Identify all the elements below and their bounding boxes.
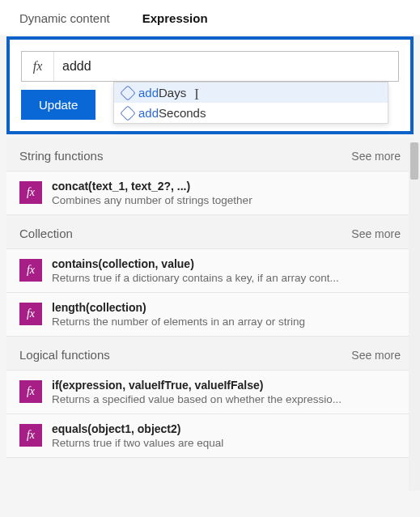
function-description: Returns true if two values are equal <box>52 437 401 449</box>
function-signature: equals(object1, object2) <box>52 422 401 435</box>
fx-icon: fx <box>19 424 42 447</box>
function-text: length(collection) Returns the number of… <box>52 301 401 328</box>
expression-input[interactable] <box>54 52 398 81</box>
function-text: concat(text_1, text_2?, ...) Combines an… <box>52 180 401 206</box>
expression-input-row: fx <box>21 51 399 82</box>
function-suggestion-icon <box>120 105 136 121</box>
function-signature: concat(text_1, text_2?, ...) <box>52 180 401 193</box>
fx-icon: fx <box>19 380 42 403</box>
fx-icon: fx <box>19 303 42 325</box>
function-item-length[interactable]: fx length(collection) Returns the number… <box>6 293 414 337</box>
function-description: Returns the number of elements in an arr… <box>52 316 401 328</box>
category-title: Collection <box>19 227 73 240</box>
autocomplete-item-adddays[interactable]: addDays <box>114 83 388 103</box>
see-more-link[interactable]: See more <box>351 150 401 163</box>
function-list: String functions See more fx concat(text… <box>0 138 420 458</box>
function-suggestion-icon <box>120 85 136 101</box>
tab-dynamic-content[interactable]: Dynamic content <box>19 11 110 25</box>
function-signature: if(expression, valueIfTrue, valueIfFalse… <box>52 379 401 392</box>
function-item-if[interactable]: fx if(expression, valueIfTrue, valueIfFa… <box>6 371 414 414</box>
function-text: if(expression, valueIfTrue, valueIfFalse… <box>52 379 401 405</box>
autocomplete-rest: Days <box>159 86 186 100</box>
category-title: Logical functions <box>19 348 110 362</box>
function-description: Returns true if a dictionary contains a … <box>52 272 401 284</box>
fx-icon: fx <box>19 181 42 204</box>
see-more-link[interactable]: See more <box>351 349 401 362</box>
autocomplete-item-addseconds[interactable]: addSeconds <box>114 103 388 123</box>
function-signature: length(collection) <box>52 301 401 314</box>
tab-expression[interactable]: Expression <box>142 11 208 25</box>
scrollbar-thumb[interactable] <box>410 142 418 180</box>
function-text: equals(object1, object2) Returns true if… <box>52 422 401 449</box>
category-header-collection: Collection See more <box>6 215 414 249</box>
see-more-link[interactable]: See more <box>351 227 401 240</box>
function-description: Returns a specified value based on wheth… <box>52 393 401 405</box>
category-header-logical: Logical functions See more <box>6 337 414 371</box>
function-item-concat[interactable]: fx concat(text_1, text_2?, ...) Combines… <box>6 172 414 215</box>
autocomplete-match: add <box>138 86 159 100</box>
tab-bar: Dynamic content Expression <box>0 0 420 35</box>
scrollbar[interactable] <box>409 142 420 490</box>
function-description: Combines any number of strings together <box>52 194 401 206</box>
autocomplete-rest: Seconds <box>159 106 206 120</box>
category-header-string: String functions See more <box>6 138 414 172</box>
fx-icon: fx <box>22 52 54 81</box>
function-signature: contains(collection, value) <box>52 257 401 270</box>
function-item-contains[interactable]: fx contains(collection, value) Returns t… <box>6 249 414 293</box>
fx-icon: fx <box>19 259 42 282</box>
function-text: contains(collection, value) Returns true… <box>52 257 401 284</box>
function-item-equals[interactable]: fx equals(object1, object2) Returns true… <box>6 414 414 458</box>
category-title: String functions <box>19 149 103 163</box>
update-button[interactable]: Update <box>21 90 95 120</box>
autocomplete-match: add <box>138 106 159 120</box>
expression-editor-highlight: fx addDays addSeconds I Update <box>6 36 414 134</box>
autocomplete-popup: addDays addSeconds <box>113 82 388 124</box>
